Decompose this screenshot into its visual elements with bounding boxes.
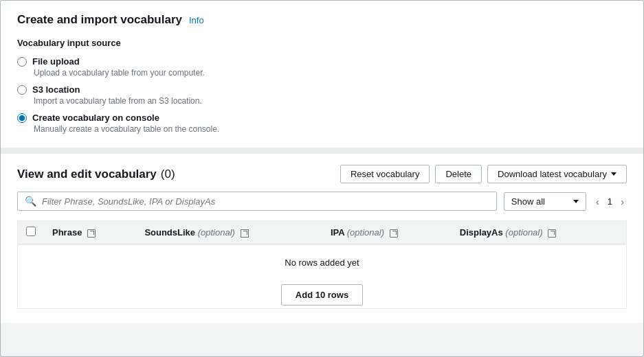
radio-s3[interactable] (17, 85, 27, 95)
no-rows-row: No rows added yet Add 10 rows (18, 244, 627, 309)
section-divider (1, 148, 643, 154)
radio-desc-s3: Import a vocabulary table from an S3 loc… (34, 96, 627, 106)
phrase-edit-icon[interactable] (87, 229, 96, 238)
th-ipa-label: IPA (331, 227, 344, 238)
reset-vocabulary-button[interactable]: Reset vocabulary (340, 165, 430, 183)
view-edit-title: View and edit vocabulary (17, 168, 157, 181)
chevron-down-icon (611, 172, 617, 176)
radio-group: File upload Upload a vocabulary table fr… (17, 56, 627, 134)
displayas-edit-icon[interactable] (548, 229, 556, 238)
search-box: 🔍 (17, 192, 497, 211)
table-header: Phrase SoundsLike (optional) IPA (option… (18, 221, 627, 245)
radio-label-console[interactable]: Create vocabulary on console (17, 113, 627, 123)
radio-file-upload[interactable] (17, 57, 27, 67)
radio-item-console: Create vocabulary on console Manually cr… (17, 113, 627, 134)
show-all-chevron-icon (573, 200, 579, 203)
radio-item-file-upload: File upload Upload a vocabulary table fr… (17, 56, 627, 78)
page-container: Create and import vocabulary Info Vocabu… (0, 0, 644, 357)
vocab-count: (0) (161, 168, 175, 181)
table-body: No rows added yet Add 10 rows (18, 244, 627, 309)
search-icon: 🔍 (25, 196, 36, 207)
toolbar-row: View and edit vocabulary (0) Reset vocab… (17, 165, 627, 183)
show-all-label: Show all (511, 196, 545, 207)
pagination: ‹ 1 › (593, 194, 627, 209)
radio-label-s3[interactable]: S3 location (17, 84, 627, 95)
th-phrase-label: Phrase (52, 227, 82, 238)
th-phrase: Phrase (44, 221, 136, 245)
ipa-edit-icon[interactable] (390, 229, 398, 238)
no-rows-text: No rows added yet (18, 245, 626, 276)
vocab-input-label: Vocabulary input source (17, 38, 627, 48)
next-page-button[interactable]: › (618, 194, 627, 209)
section-view-edit: View and edit vocabulary (0) Reset vocab… (1, 154, 643, 323)
view-edit-title-area: View and edit vocabulary (0) (17, 168, 175, 181)
radio-text-file-upload: File upload (32, 56, 80, 67)
section-title: Create and import vocabulary Info (17, 13, 627, 27)
th-displayas: DisplayAs (optional) (452, 221, 627, 245)
th-displayas-label: DisplayAs (460, 227, 503, 238)
radio-item-s3: S3 location Import a vocabulary table fr… (17, 84, 627, 106)
radio-console[interactable] (17, 113, 27, 123)
select-all-checkbox[interactable] (26, 227, 36, 236)
add-rows-button[interactable]: Add 10 rows (281, 284, 363, 306)
radio-label-file-upload[interactable]: File upload (17, 56, 627, 67)
th-soundslike: SoundsLike (optional) (136, 221, 322, 245)
radio-text-s3: S3 location (32, 84, 80, 95)
radio-text-console: Create vocabulary on console (32, 113, 159, 123)
radio-desc-file-upload: Upload a vocabulary table from your comp… (34, 68, 627, 78)
download-vocabulary-label: Download latest vocabulary (498, 169, 607, 179)
toolbar-buttons: Reset vocabulary Delete Download latest … (340, 165, 627, 183)
th-checkbox (18, 221, 45, 245)
prev-page-button[interactable]: ‹ (593, 194, 602, 209)
current-page: 1 (608, 196, 612, 207)
radio-desc-console: Manually create a vocabulary table on th… (34, 124, 627, 134)
filter-row: 🔍 Show all ‹ 1 › (17, 192, 627, 211)
download-vocabulary-button[interactable]: Download latest vocabulary (487, 165, 627, 183)
page-title: Create and import vocabulary (17, 13, 182, 27)
delete-button[interactable]: Delete (435, 165, 482, 183)
show-all-dropdown[interactable]: Show all (504, 192, 586, 211)
search-input[interactable] (42, 196, 489, 207)
vocabulary-table: Phrase SoundsLike (optional) IPA (option… (17, 220, 627, 309)
th-soundslike-label: SoundsLike (144, 227, 195, 238)
th-ipa: IPA (optional) (322, 221, 452, 245)
soundslike-edit-icon[interactable] (241, 229, 249, 238)
section-create-import: Create and import vocabulary Info Vocabu… (1, 1, 643, 148)
table-footer: Add 10 rows (18, 276, 626, 308)
info-link[interactable]: Info (189, 15, 204, 25)
